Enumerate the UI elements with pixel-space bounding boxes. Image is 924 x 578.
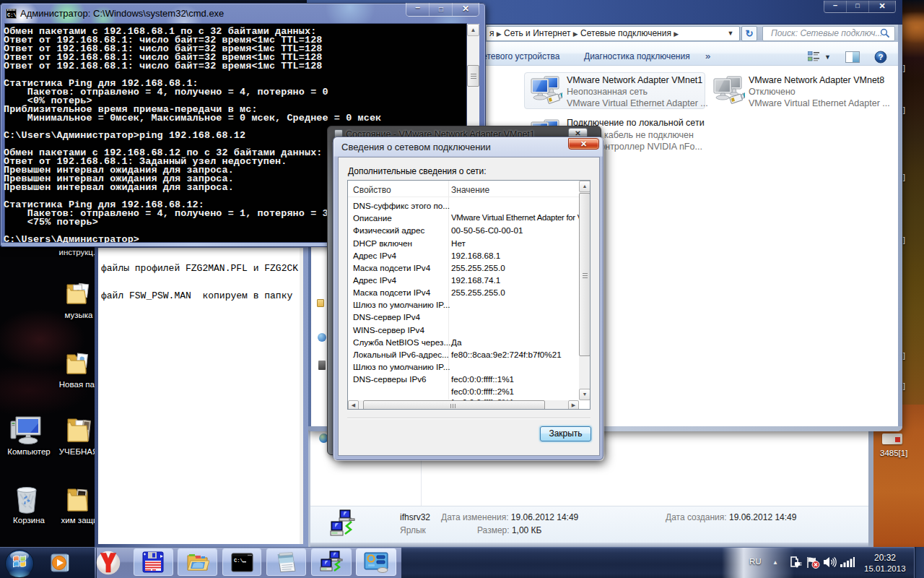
svg-text:C:\: C:\ xyxy=(234,558,243,564)
svg-text:?: ? xyxy=(878,53,883,61)
